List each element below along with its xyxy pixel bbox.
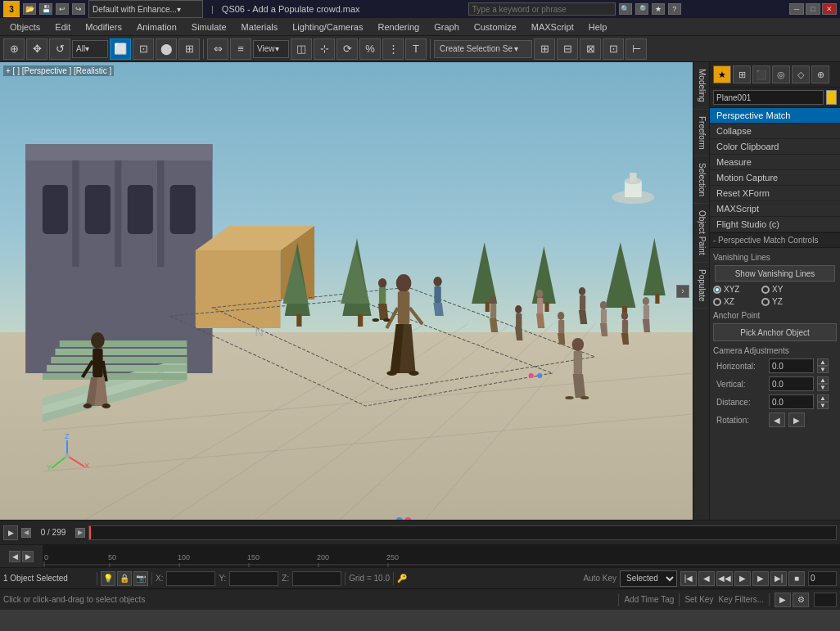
- menu-objects[interactable]: Objects: [3, 20, 47, 34]
- radio-xy[interactable]: XY: [761, 285, 806, 294]
- timeline-toggle[interactable]: ▶: [3, 525, 18, 540]
- create-selection-btn[interactable]: Create Selection Se▾: [434, 40, 532, 58]
- profile-dropdown[interactable]: Default with Enhance... ▾: [88, 0, 203, 18]
- minimize-btn[interactable]: ─: [789, 3, 804, 15]
- transport-prev[interactable]: ◀: [698, 571, 715, 586]
- maximize-btn[interactable]: □: [806, 3, 820, 15]
- transport-play[interactable]: ▶: [734, 571, 751, 586]
- transport-next-key[interactable]: ▶|: [770, 571, 787, 586]
- paint-select-tool[interactable]: ⬤: [156, 38, 177, 60]
- cam-vertical-down[interactable]: ▼: [817, 384, 829, 391]
- panel-menu-maxscript[interactable]: MAXScript: [710, 201, 840, 217]
- menu-materials[interactable]: Materials: [235, 20, 285, 34]
- menu-lighting[interactable]: Lighting/Cameras: [286, 20, 369, 34]
- cam-vertical-up[interactable]: ▲: [817, 376, 829, 384]
- bookmark-btn[interactable]: ★: [652, 3, 665, 15]
- object-color-swatch[interactable]: [826, 90, 837, 105]
- undo-btn[interactable]: ↩: [56, 3, 69, 15]
- radio-xyz[interactable]: XYZ: [713, 285, 758, 294]
- menu-maxscript[interactable]: MAXScript: [525, 20, 580, 34]
- coord-z-input[interactable]: [292, 571, 341, 586]
- tab-modeling[interactable]: Modeling: [693, 62, 709, 110]
- snap-tool[interactable]: ⊹: [314, 38, 335, 60]
- panel-icon-star[interactable]: ★: [713, 65, 731, 83]
- pick-anchor-btn[interactable]: Pick Anchor Object: [713, 323, 837, 341]
- timeline-track[interactable]: [88, 525, 837, 540]
- tab-selection[interactable]: Selection: [693, 156, 709, 204]
- menu-rendering[interactable]: Rendering: [371, 20, 426, 34]
- perspective-match-section-header[interactable]: - Perspective Match Controls: [710, 232, 840, 248]
- status-cam-icon[interactable]: 📷: [133, 571, 148, 586]
- cam-horizontal-input[interactable]: [769, 358, 814, 373]
- play-mode-btn[interactable]: ▶: [775, 593, 791, 607]
- panel-icon-grid[interactable]: ⊞: [733, 65, 751, 83]
- panel-icon-circle[interactable]: ◎: [772, 65, 790, 83]
- object-name-input[interactable]: [713, 90, 824, 105]
- menu-modifiers[interactable]: Modifiers: [79, 20, 129, 34]
- panel-icon-plus[interactable]: ⊕: [811, 65, 829, 83]
- panel-menu-flight-studio[interactable]: Flight Studio (c): [710, 217, 840, 232]
- radio-xz[interactable]: XZ: [713, 297, 758, 306]
- transform-tool[interactable]: ⊞: [178, 38, 200, 60]
- menu-animation[interactable]: Animation: [130, 20, 183, 34]
- panel-menu-measure[interactable]: Measure: [710, 155, 840, 170]
- search-btn[interactable]: 🔍: [619, 3, 632, 15]
- status-lock-icon[interactable]: 🔒: [117, 571, 132, 586]
- menu-customize[interactable]: Customize: [467, 20, 523, 34]
- time-input[interactable]: [814, 593, 837, 607]
- show-vanishing-lines-btn[interactable]: Show Vanishing Lines: [715, 265, 835, 282]
- save-btn[interactable]: 💾: [39, 3, 52, 15]
- menu-simulate[interactable]: Simulate: [185, 20, 233, 34]
- lasso-tool[interactable]: ⊡: [133, 38, 154, 60]
- angle-snap-tool[interactable]: ⟳: [336, 38, 358, 60]
- frame-ruler-track[interactable]: 0 50 100 150 200 250: [43, 545, 840, 568]
- timeline-next[interactable]: ▶: [75, 528, 85, 538]
- redo-btn[interactable]: ↪: [72, 3, 85, 15]
- rotate-tool[interactable]: ↺: [49, 38, 70, 60]
- cam-horizontal-up[interactable]: ▲: [817, 358, 829, 366]
- viewport-scroll-btn[interactable]: ›: [676, 285, 689, 298]
- percent-snap-tool[interactable]: %: [359, 38, 381, 60]
- toolbar-extra-3[interactable]: ⊠: [580, 38, 601, 60]
- menu-help[interactable]: Help: [582, 20, 614, 34]
- tab-object-paint[interactable]: Object Paint: [693, 204, 709, 262]
- viewport[interactable]: + [ ] [Perspective ] [Realistic ]: [0, 62, 693, 520]
- panel-icon-diamond[interactable]: ◇: [792, 65, 810, 83]
- region-select-tool[interactable]: ⬜: [110, 38, 131, 60]
- panel-menu-motion-capture[interactable]: Motion Capture: [710, 170, 840, 186]
- cam-vertical-input[interactable]: [769, 376, 814, 391]
- close-btn[interactable]: ✕: [822, 3, 837, 15]
- status-light-icon[interactable]: 💡: [101, 571, 115, 586]
- coord-x-input[interactable]: [166, 571, 215, 586]
- toolbar-extra-1[interactable]: ⊞: [534, 38, 555, 60]
- cam-rotation-next[interactable]: ▶: [788, 412, 805, 427]
- menu-graph[interactable]: Graph: [427, 20, 466, 34]
- frame-zoom-in[interactable]: ▶: [22, 551, 34, 562]
- spinner-snap-tool[interactable]: ⋮: [382, 38, 404, 60]
- toolbar-extra-4[interactable]: ⊡: [603, 38, 624, 60]
- search-btn2[interactable]: 🔎: [635, 3, 648, 15]
- transport-stop[interactable]: ■: [788, 571, 805, 586]
- mirror-tool[interactable]: ⇔: [207, 38, 228, 60]
- transport-play-back[interactable]: ◀◀: [716, 571, 733, 586]
- cam-rotation-prev[interactable]: ◀: [769, 412, 785, 427]
- panel-menu-perspective-match[interactable]: Perspective Match: [710, 108, 840, 124]
- cam-distance-input[interactable]: [769, 394, 814, 409]
- search-input[interactable]: [468, 2, 616, 16]
- align-tool[interactable]: ≡: [230, 38, 251, 60]
- view-dropdown[interactable]: View▾: [253, 40, 289, 58]
- frame-zoom-out[interactable]: ◀: [9, 551, 20, 562]
- select-tool[interactable]: ⊕: [3, 38, 25, 60]
- selected-dropdown[interactable]: Selected: [620, 570, 677, 587]
- transport-prev-key[interactable]: |◀: [680, 571, 697, 586]
- cam-distance-down[interactable]: ▼: [817, 402, 829, 409]
- tab-freeform[interactable]: Freeform: [693, 110, 709, 157]
- text-tool[interactable]: T: [405, 38, 427, 60]
- panel-menu-collapse[interactable]: Collapse: [710, 124, 840, 139]
- transport-next[interactable]: ▶: [752, 571, 769, 586]
- panel-menu-color-clipboard[interactable]: Color Clipboard: [710, 139, 840, 155]
- play-settings-btn[interactable]: ⚙: [793, 593, 809, 607]
- cam-distance-up[interactable]: ▲: [817, 394, 829, 402]
- panel-icon-box[interactable]: ⬛: [752, 65, 770, 83]
- coord-y-input[interactable]: [229, 571, 278, 586]
